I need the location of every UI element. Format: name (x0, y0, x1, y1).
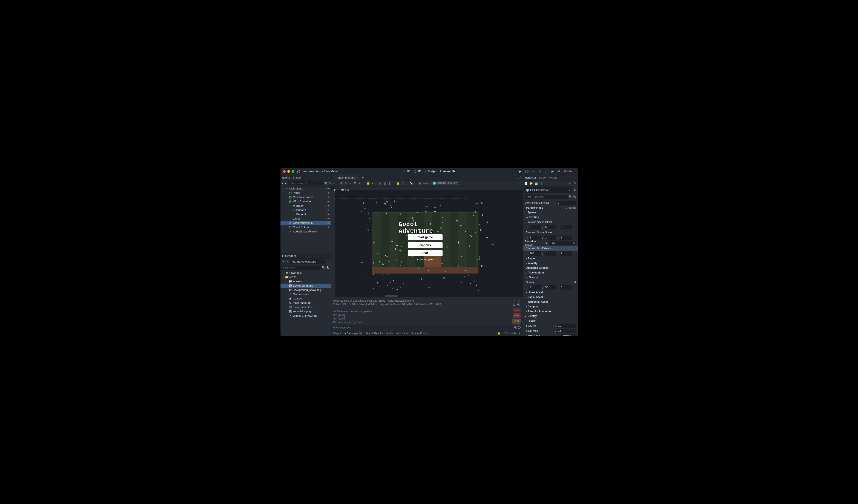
fs-item-grapesoda-ttf[interactable]: ƑGrapeSoda.ttf (281, 292, 331, 296)
filesystem-tree[interactable]: ★Favorites:⌄📂res://›📁scenes🖼Background.p… (281, 271, 331, 336)
fs-path-input[interactable] (290, 260, 325, 264)
section-particle-flags[interactable]: Particle Flags (1 change) (523, 206, 578, 210)
copy-log-icon[interactable]: ⧉ (517, 299, 521, 303)
tree-item-christmaspanel[interactable]: ▢ChristmasPanel 👁 (281, 195, 331, 199)
history-fwd-icon[interactable]: › (568, 181, 571, 185)
mode-assetlib[interactable]: ⇩ AssetLib (440, 170, 455, 173)
lock-icon[interactable]: 🔒 (396, 182, 400, 185)
prop-gravity[interactable]: x y z (526, 285, 572, 290)
revert-icon[interactable]: ↺ (545, 241, 547, 244)
tree-item-button3[interactable]: ▭Button3⟂ 👁 (281, 212, 331, 216)
download-log-icon[interactable]: ⇩ (512, 299, 516, 303)
tab-scene[interactable]: Scene (282, 176, 290, 179)
maximize-icon[interactable] (292, 170, 294, 173)
tree-item-checkbutton[interactable]: ☑CheckButton⟂ 👁 (281, 225, 331, 229)
fs-item-winter-chimes-mp3[interactable]: ♪Winter Chimes.mp3 (281, 314, 331, 318)
tools-icon[interactable]: 🔧 (573, 195, 576, 199)
add-node-icon[interactable]: + (282, 181, 284, 185)
panel-options-icon[interactable]: ⋮ (327, 176, 330, 179)
error-count-badge[interactable]: ⊘ 3 (513, 308, 521, 312)
tab-import[interactable]: Import (293, 176, 301, 179)
visibility-icon[interactable]: 👁 (327, 187, 330, 190)
section-spawn[interactable]: Spawn (523, 210, 578, 215)
revert-icon[interactable]: ↺ (555, 324, 557, 327)
tree-item-label[interactable]: TLabel 👁 (281, 216, 331, 221)
prop-scale-curve-dropdown[interactable]: <empty> ⌄ (561, 334, 576, 336)
signal-icon[interactable]: ⟂ (325, 222, 327, 224)
editor-tab-main-menu[interactable]: ○ main_menu(*) × (333, 175, 360, 180)
search-log-icon[interactable]: 🔍 (517, 303, 521, 307)
signal-icon[interactable]: ⟂ (325, 226, 327, 229)
prop-scale-max-input[interactable] (557, 329, 576, 333)
resource-options-icon[interactable]: ⋮ (540, 181, 543, 185)
section-accelerations[interactable]: Accelerations (523, 270, 578, 275)
revert-icon[interactable]: ↺ (555, 329, 557, 332)
zoom-out-icon[interactable]: − (337, 188, 339, 191)
inspector-options-icon[interactable]: ⋮ (574, 176, 576, 179)
tree-item-audiostreamplayer[interactable]: ♪AudioStreamPlayer (281, 229, 331, 234)
measure-tool-icon[interactable]: ▸ (372, 182, 374, 185)
info-count-badge[interactable]: ⓘ 4 (512, 324, 521, 325)
layout-icon[interactable]: ⊞ (519, 332, 521, 335)
ruler-tool-icon[interactable]: ∠ (359, 182, 361, 185)
play-scene-icon[interactable]: ▶ (551, 170, 554, 173)
history-back-icon[interactable]: ‹ (563, 181, 566, 185)
fs-item-scenes[interactable]: ›📁scenes (281, 279, 331, 283)
zoom-center-icon[interactable]: ✥ (333, 188, 336, 191)
viewport-scrollbar[interactable] (385, 295, 454, 297)
filter-log-icon[interactable]: ☰ (512, 303, 516, 307)
tree-item-vboxcontainer[interactable]: ⌄⊟VBoxContainer 👁 (281, 199, 331, 204)
tab-debugger[interactable]: ● Debugger (1) (345, 332, 362, 335)
section-attractor[interactable]: Attractor Interaction (523, 309, 578, 314)
section-velocity[interactable]: Velocity (523, 261, 578, 265)
section-gravity[interactable]: Gravity (523, 275, 578, 280)
nav-fwd-icon[interactable]: › (286, 260, 289, 263)
visibility-icon[interactable]: 👁 (327, 226, 330, 229)
fs-thumb-icon[interactable]: ▢ (326, 260, 330, 263)
pause-icon[interactable]: ❚❚ (525, 170, 528, 173)
fs-item-icon-svg[interactable]: ◉icon.svg (281, 296, 331, 301)
tab-output[interactable]: Output (333, 332, 341, 335)
zoom-in-icon[interactable]: + (351, 188, 353, 191)
visibility-icon[interactable]: 👁 (327, 196, 330, 198)
fs-item-main-menu-gd[interactable]: ⚙main_menu.gd (281, 301, 331, 305)
tab-history[interactable]: History (549, 176, 557, 179)
filter-messages-input[interactable] (333, 326, 514, 329)
select-tool-icon[interactable]: ↖ (333, 182, 335, 185)
expand-icon[interactable]: ⛶ (518, 176, 521, 179)
tab-search-results[interactable]: Search Results (365, 332, 383, 335)
sort-icon[interactable]: ⇅ (326, 266, 330, 270)
tab-audio[interactable]: Audio (386, 332, 393, 335)
section-position[interactable]: Position (523, 215, 578, 220)
visibility-icon[interactable]: 👁 (327, 209, 330, 211)
move-tool-icon[interactable]: ✥ (340, 182, 343, 185)
group-icon[interactable]: ⊡ (402, 182, 404, 185)
prop-emission-scale[interactable]: x y z (526, 235, 572, 240)
link-icon[interactable]: ⚭ (285, 181, 287, 185)
override-camera-icon[interactable]: ▣ (418, 182, 421, 185)
rotate-tool-icon[interactable]: ↻ (345, 182, 347, 185)
load-resource-icon[interactable]: 📁 (529, 181, 533, 185)
prop-scale-min-input[interactable] (557, 324, 576, 328)
fs-filter-input[interactable] (282, 265, 321, 270)
fs-item-main-menu-tscn[interactable]: 🎬main_menu.tscn (281, 305, 331, 309)
signal-icon[interactable]: ⟂ (325, 187, 327, 190)
new-resource-icon[interactable]: 📄 (524, 181, 528, 185)
stop-icon[interactable]: ■ (531, 170, 535, 173)
section-radial-accel[interactable]: Radial Accel (523, 295, 578, 299)
fs-item-res---[interactable]: ⌄📂res:// (281, 275, 331, 279)
mode-2d[interactable]: ↙ 2D (403, 170, 410, 173)
pan-tool-icon[interactable]: ✋ (366, 182, 370, 185)
particles-menu[interactable]: GPUParticles2D (431, 181, 459, 185)
save-resource-icon[interactable]: 💾 (535, 181, 538, 185)
zoom-level[interactable]: 59.5 % (341, 188, 349, 191)
prop-emission-box-extents[interactable]: x y z (526, 251, 572, 256)
render-mode-dropdown[interactable]: Mobile ⌄ (564, 170, 575, 173)
view-menu[interactable]: View (423, 182, 429, 185)
section-scale[interactable]: Scale (523, 319, 578, 323)
section-animated-velocity[interactable]: Animated Velocity (523, 265, 578, 270)
mode-script[interactable]: ≡ Script (425, 170, 436, 173)
tab-animation[interactable]: Animation (396, 332, 408, 335)
signal-icon[interactable]: ⟂ (325, 209, 327, 211)
tree-item-gpuparticles2d[interactable]: ❋GPUParticles2D⟂ 👁 (281, 221, 331, 225)
